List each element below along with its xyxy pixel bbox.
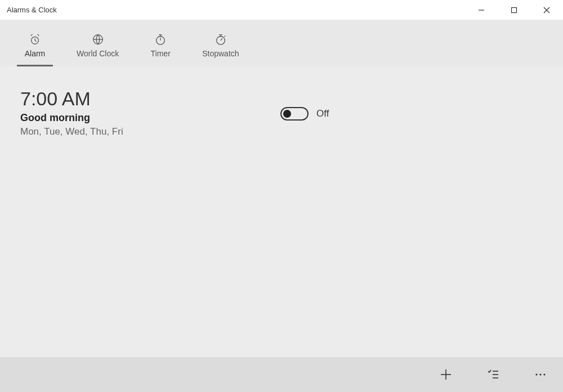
close-button[interactable]: [530, 0, 563, 20]
alarm-time: 7:00 AM: [20, 88, 123, 110]
more-icon: [534, 368, 547, 381]
tab-world-clock[interactable]: World Clock: [70, 29, 126, 66]
add-alarm-button[interactable]: [435, 363, 457, 386]
tab-label: Timer: [151, 49, 171, 58]
select-list-icon: [486, 368, 500, 381]
alarm-item[interactable]: 7:00 AM Good morning Mon, Tue, Wed, Thu,…: [20, 88, 543, 137]
alarm-name: Good morning: [20, 112, 123, 124]
alarm-info: 7:00 AM Good morning Mon, Tue, Wed, Thu,…: [20, 88, 123, 137]
svg-point-22: [535, 373, 537, 375]
svg-point-24: [543, 373, 545, 375]
window-controls: [465, 0, 563, 20]
app-title: Alarms & Clock: [7, 6, 465, 14]
timer-icon: [154, 33, 167, 46]
alarm-toggle[interactable]: Off: [280, 107, 329, 121]
svg-line-16: [224, 36, 225, 37]
tab-label: Alarm: [25, 49, 46, 58]
plus-icon: [439, 368, 453, 381]
command-bar: [0, 357, 563, 392]
toggle-knob: [283, 110, 291, 118]
maximize-icon: [511, 7, 517, 14]
maximize-button[interactable]: [498, 0, 530, 20]
select-alarms-button[interactable]: [482, 363, 504, 386]
more-button[interactable]: [529, 363, 552, 386]
svg-point-23: [539, 373, 541, 375]
tab-alarm[interactable]: Alarm: [17, 29, 53, 66]
stopwatch-icon: [215, 33, 227, 46]
close-icon: [543, 7, 550, 14]
svg-line-13: [221, 38, 222, 41]
minimize-icon: [478, 7, 485, 14]
tab-label: World Clock: [77, 49, 119, 58]
svg-rect-1: [512, 7, 517, 12]
tab-label: Stopwatch: [202, 49, 239, 58]
content-area: 7:00 AM Good morning Mon, Tue, Wed, Thu,…: [0, 66, 563, 357]
svg-line-6: [35, 41, 37, 42]
toggle-state-label: Off: [316, 108, 329, 119]
tab-timer[interactable]: Timer: [142, 29, 178, 66]
minimize-button[interactable]: [465, 0, 498, 20]
alarm-clock-icon: [29, 33, 41, 46]
toggle-track: [280, 107, 309, 121]
tab-stopwatch[interactable]: Stopwatch: [195, 29, 245, 66]
tabbar: Alarm World Clock Timer Stopwatch: [0, 20, 563, 66]
titlebar: Alarms & Clock: [0, 0, 563, 20]
world-clock-icon: [92, 33, 104, 46]
alarm-days: Mon, Tue, Wed, Thu, Fri: [20, 126, 123, 137]
